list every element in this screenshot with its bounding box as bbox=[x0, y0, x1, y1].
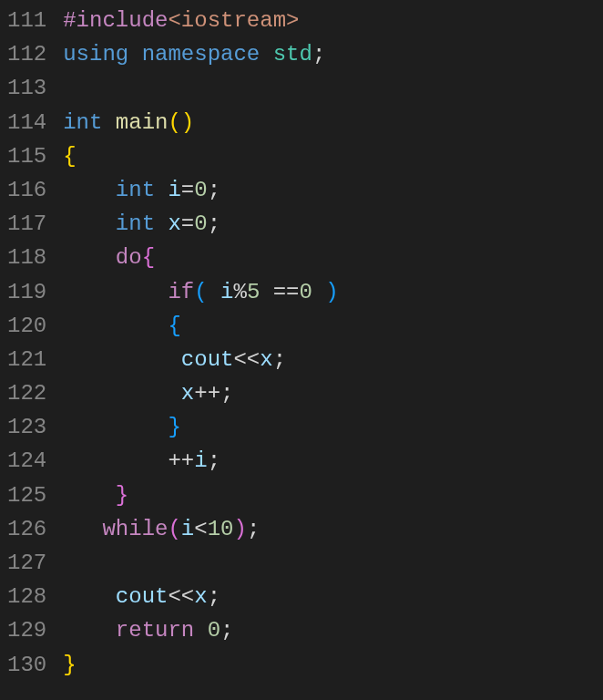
line-number: 119 bbox=[7, 275, 46, 309]
token-ident: i bbox=[168, 178, 180, 202]
token-keyword: return bbox=[116, 618, 194, 643]
code-line[interactable]: } bbox=[63, 479, 603, 512]
line-number: 116 bbox=[7, 173, 46, 207]
token-op: << bbox=[168, 584, 194, 609]
token-keyword: do bbox=[116, 245, 142, 270]
token-ident: cout bbox=[116, 584, 169, 609]
token-ident: i bbox=[220, 280, 233, 304]
code-line[interactable]: { bbox=[63, 309, 603, 343]
token-punct: ; bbox=[220, 618, 233, 643]
token-op: ++ bbox=[194, 381, 220, 406]
line-number: 118 bbox=[7, 241, 46, 274]
code-line[interactable]: x++; bbox=[63, 376, 603, 410]
token-directive: #include bbox=[63, 8, 168, 33]
line-number: 114 bbox=[7, 106, 46, 139]
line-number: 112 bbox=[7, 37, 46, 71]
token-include: <iostream> bbox=[168, 8, 299, 33]
token-paren: ) bbox=[181, 110, 194, 135]
token-op: % bbox=[233, 280, 246, 304]
token-ident: cout bbox=[181, 347, 234, 372]
token-keyword: while bbox=[102, 517, 168, 541]
token-punct: ; bbox=[208, 178, 220, 202]
token-op: < bbox=[194, 517, 207, 541]
code-line[interactable]: ++i; bbox=[63, 444, 603, 478]
token-op: << bbox=[233, 347, 260, 372]
code-line[interactable]: int x=0; bbox=[63, 207, 603, 241]
token-keyword: if bbox=[168, 280, 194, 304]
code-line[interactable]: return 0; bbox=[63, 613, 603, 647]
token-punct: ; bbox=[247, 517, 260, 541]
code-line[interactable]: using namespace std; bbox=[63, 37, 603, 71]
token-punct: ; bbox=[312, 42, 325, 67]
line-number-gutter: 111 112 113 114 115 116 117 118 119 120 … bbox=[0, 0, 59, 700]
code-line[interactable]: int main() bbox=[63, 106, 603, 139]
line-number: 130 bbox=[7, 648, 46, 682]
token-paren: ) bbox=[233, 517, 246, 541]
token-namespace: std bbox=[273, 42, 312, 67]
token-punct: ; bbox=[208, 584, 220, 609]
token-type: int bbox=[116, 178, 155, 202]
token-brace: } bbox=[116, 483, 128, 508]
code-line[interactable]: { bbox=[63, 139, 603, 173]
line-number: 125 bbox=[7, 479, 46, 512]
token-punct: ; bbox=[208, 448, 220, 473]
token-func: main bbox=[116, 110, 169, 135]
token-type: int bbox=[63, 110, 102, 135]
token-ident: i bbox=[194, 448, 207, 473]
token-brace: { bbox=[142, 245, 155, 270]
token-paren: ( bbox=[194, 280, 207, 304]
token-punct: ; bbox=[273, 347, 286, 372]
token-paren: ) bbox=[325, 280, 338, 304]
token-number: 5 bbox=[247, 280, 260, 304]
code-line[interactable]: cout<<x; bbox=[63, 580, 603, 613]
line-number: 113 bbox=[7, 71, 46, 105]
line-number: 126 bbox=[7, 512, 46, 546]
token-keyword: namespace bbox=[142, 42, 261, 67]
line-number: 129 bbox=[7, 613, 46, 647]
line-number: 115 bbox=[7, 139, 46, 173]
line-number: 120 bbox=[7, 309, 46, 343]
token-ident: x bbox=[181, 381, 194, 406]
line-number: 111 bbox=[7, 4, 46, 37]
line-number: 122 bbox=[7, 376, 46, 410]
token-ident: x bbox=[168, 211, 180, 236]
code-area[interactable]: #include<iostream> using namespace std; … bbox=[59, 0, 603, 700]
code-line[interactable]: if( i%5 ==0 ) bbox=[63, 275, 603, 309]
line-number: 124 bbox=[7, 444, 46, 478]
line-number: 127 bbox=[7, 546, 46, 580]
code-line[interactable]: } bbox=[63, 410, 603, 444]
code-line[interactable]: while(i<10); bbox=[63, 512, 603, 546]
code-line[interactable]: #include<iostream> bbox=[63, 4, 603, 37]
code-line[interactable]: int i=0; bbox=[63, 173, 603, 207]
code-line[interactable]: do{ bbox=[63, 241, 603, 274]
token-brace: } bbox=[168, 415, 180, 439]
token-keyword: using bbox=[63, 42, 128, 67]
token-number: 0 bbox=[194, 178, 207, 202]
token-number: 0 bbox=[208, 618, 220, 643]
token-brace: { bbox=[63, 144, 76, 169]
line-number: 128 bbox=[7, 580, 46, 613]
line-number: 117 bbox=[7, 207, 46, 241]
token-paren: ( bbox=[168, 517, 180, 541]
token-punct: ; bbox=[208, 211, 220, 236]
code-line[interactable]: } bbox=[63, 648, 603, 682]
token-ident: i bbox=[181, 517, 194, 541]
token-op: = bbox=[181, 211, 194, 236]
token-paren: ( bbox=[168, 110, 180, 135]
token-type: int bbox=[116, 211, 155, 236]
token-brace: } bbox=[63, 653, 76, 677]
token-number: 0 bbox=[194, 211, 207, 236]
line-number: 121 bbox=[7, 343, 46, 376]
line-number: 123 bbox=[7, 410, 46, 444]
token-op: ++ bbox=[168, 448, 194, 473]
token-number: 0 bbox=[300, 280, 312, 304]
token-brace: { bbox=[168, 314, 180, 338]
token-number: 10 bbox=[208, 517, 234, 541]
token-ident: x bbox=[194, 584, 207, 609]
code-editor: 111 112 113 114 115 116 117 118 119 120 … bbox=[0, 0, 603, 700]
token-ident: x bbox=[260, 347, 272, 372]
code-line[interactable] bbox=[63, 71, 603, 105]
token-op: = bbox=[181, 178, 194, 202]
code-line[interactable]: cout<<x; bbox=[63, 343, 603, 376]
code-line[interactable] bbox=[63, 546, 603, 580]
